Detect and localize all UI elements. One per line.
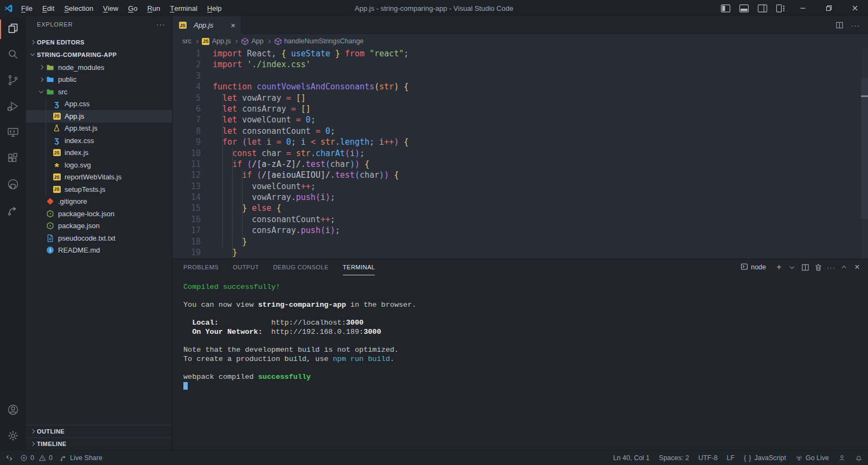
status-feedback[interactable] [838, 454, 846, 462]
breadcrumb-label: handleNumStringsChange [284, 37, 364, 45]
section-timeline[interactable]: TIMELINE [26, 437, 172, 450]
status-notifications[interactable] [855, 454, 863, 462]
terminal-output[interactable]: Compiled successfully!You can now view s… [173, 275, 868, 450]
section-open-editors[interactable]: OPEN EDITORS [26, 36, 172, 48]
maximize-panel-icon[interactable] [838, 261, 851, 274]
menu-file[interactable]: File [16, 0, 37, 16]
terminal-cursor [183, 382, 188, 390]
tree-item-public[interactable]: public [26, 74, 172, 86]
terminal-line: Note that the development build is not o… [183, 346, 868, 355]
menu-selection[interactable]: Selection [59, 0, 98, 16]
split-editor-icon[interactable] [832, 21, 846, 29]
chevron-down-icon [30, 51, 35, 56]
tab-app-js[interactable]: JS App.js × [173, 16, 241, 34]
close-window-button[interactable] [842, 0, 868, 16]
status-encoding[interactable]: UTF-8 [698, 454, 717, 462]
status-problems-errors[interactable]: 0 [20, 454, 34, 462]
tree-item-app.css[interactable]: ʒApp.css [26, 98, 172, 111]
toggle-secondary-sidebar-icon[interactable] [753, 0, 771, 16]
close-tab-icon[interactable]: × [231, 22, 235, 29]
explorer-more-icon[interactable]: ··· [156, 20, 165, 29]
terminal-shell-picker[interactable]: node [741, 263, 766, 272]
activity-search[interactable] [0, 42, 26, 68]
tree-item-app.js[interactable]: JSApp.js [26, 110, 172, 122]
split-terminal-icon[interactable] [799, 261, 812, 274]
more-actions-icon[interactable]: ··· [848, 21, 863, 30]
toggle-panel-icon[interactable] [735, 0, 753, 16]
activity-explorer[interactable] [0, 16, 26, 42]
line-number: 17 [173, 225, 201, 236]
tree-item-logo.svg[interactable]: *logo.svg [26, 159, 172, 171]
status-eol[interactable]: LF [727, 454, 735, 462]
status-indentation[interactable]: Spaces: 2 [659, 454, 690, 462]
tree-item-reportwebvitals.js[interactable]: JSreportWebVitals.js [26, 171, 172, 184]
tree-item-package.json[interactable]: package.json [26, 220, 172, 232]
code-text: let consArray = [] [201, 104, 311, 114]
activity-live-share[interactable] [0, 198, 26, 224]
terminal-line: To create a production build, use npm ru… [183, 355, 868, 364]
new-terminal-icon[interactable]: + [773, 261, 786, 274]
activity-run-and-debug[interactable] [0, 94, 26, 120]
tree-item-label: package.json [58, 222, 100, 230]
toggle-sidebar-icon[interactable] [716, 0, 735, 16]
status-remote-indicator[interactable] [5, 454, 13, 462]
code-line: 18 } [173, 236, 868, 247]
tree-item-node_modules[interactable]: node_modules [26, 61, 172, 74]
tree-item-.gitignore[interactable]: .gitignore [26, 196, 172, 208]
menu-edit[interactable]: Edit [37, 0, 59, 16]
tree-item-src[interactable]: src [26, 86, 172, 98]
panel-tab-problems[interactable]: PROBLEMS [183, 259, 219, 275]
code-editor[interactable]: 1import React, { useState } from "react"… [173, 48, 868, 259]
close-panel-icon[interactable]: × [851, 261, 864, 274]
title-bar: FileEditSelectionViewGoRunTerminalHelp A… [0, 0, 868, 16]
editor-scrollbar[interactable] [861, 48, 868, 259]
tree-item-app.test.js[interactable]: App.test.js [26, 122, 172, 135]
status-language-mode[interactable]: { }JavaScript [744, 454, 786, 462]
status-go-live[interactable]: Go Live [795, 454, 829, 462]
titlebar-actions [716, 0, 868, 16]
terminal-line [183, 382, 868, 391]
breadcrumb-app.js[interactable]: JSApp.js [202, 37, 231, 46]
status-live-share[interactable]: Live Share [60, 454, 103, 462]
terminal-line [183, 310, 868, 319]
section-outline[interactable]: OUTLINE [26, 425, 172, 437]
menu-run[interactable]: Run [142, 0, 165, 16]
section-project-root[interactable]: STRING-COMPARING-APP [26, 48, 172, 61]
activity-remote-explorer[interactable] [0, 120, 26, 146]
status-problems-warnings[interactable]: 0 [39, 454, 53, 462]
menu-terminal[interactable]: Terminal [165, 0, 202, 16]
panel-tab-debug-console[interactable]: DEBUG CONSOLE [273, 259, 328, 275]
shell-label: node [751, 263, 766, 271]
activity-accounts[interactable] [0, 398, 26, 424]
tree-item-setuptests.js[interactable]: JSsetupTests.js [26, 183, 172, 196]
panel-tab-terminal[interactable]: TERMINAL [343, 259, 375, 275]
tree-item-index.js[interactable]: JSindex.js [26, 147, 172, 159]
menu-help[interactable]: Help [202, 0, 227, 16]
kill-terminal-icon[interactable] [812, 261, 825, 274]
tree-item-package-lock.json[interactable]: package-lock.json [26, 208, 172, 220]
launch-profile-icon[interactable] [786, 261, 799, 274]
panel-tab-output[interactable]: OUTPUT [233, 259, 259, 275]
code-line: 1import React, { useState } from "react"… [173, 48, 868, 59]
activity-github[interactable] [0, 172, 26, 198]
activity-extensions[interactable] [0, 146, 26, 172]
breadcrumb-handlenumstringschange[interactable]: handleNumStringsChange [274, 37, 364, 46]
panel-more-icon[interactable]: ··· [825, 261, 838, 274]
customize-layout-icon[interactable] [771, 0, 790, 16]
breadcrumb-app[interactable]: App [241, 37, 263, 46]
status-cursor-position[interactable]: Ln 40, Col 1 [613, 454, 649, 462]
activity-settings[interactable] [0, 424, 26, 450]
restore-button[interactable] [816, 0, 842, 16]
gear-icon [7, 429, 20, 444]
breadcrumb-src[interactable]: src [182, 37, 192, 45]
tree-item-index.css[interactable]: ʒindex.css [26, 134, 172, 147]
menu-view[interactable]: View [98, 0, 123, 16]
remote-icon [7, 126, 20, 141]
activity-source-control[interactable] [0, 68, 26, 94]
js-file-icon: JS [52, 148, 61, 157]
breadcrumb-label: App.js [212, 37, 231, 45]
tree-item-readme.md[interactable]: iREADME.md [26, 244, 172, 257]
minimize-button[interactable] [790, 0, 816, 16]
tree-item-pseudocode.txt.txt[interactable]: pseudocode.txt.txt [26, 232, 172, 244]
menu-go[interactable]: Go [123, 0, 142, 16]
